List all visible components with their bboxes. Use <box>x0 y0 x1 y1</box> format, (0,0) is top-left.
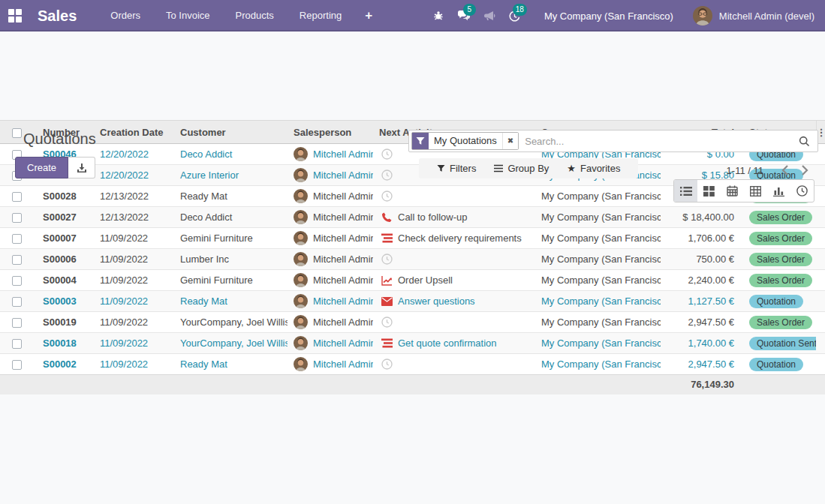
row-checkbox[interactable] <box>12 318 22 328</box>
activity-icon[interactable] <box>379 275 394 286</box>
graph-view-button[interactable] <box>767 180 790 202</box>
nav-item-to-invoice[interactable]: To Invoice <box>153 0 223 32</box>
activity-view-button[interactable] <box>790 180 814 202</box>
search-input[interactable] <box>519 136 791 147</box>
row-checkbox[interactable] <box>12 255 22 265</box>
row-number[interactable]: S00002 <box>33 354 94 375</box>
pivot-view-button[interactable] <box>744 180 767 202</box>
row-company[interactable]: My Company (San Francisco) <box>535 228 661 249</box>
row-company[interactable]: My Company (San Francisco) <box>535 333 661 354</box>
row-number[interactable]: S00003 <box>33 291 94 312</box>
row-number[interactable]: S00007 <box>33 228 94 249</box>
row-salesperson[interactable]: Mitchell Admin <box>313 274 373 286</box>
row-creation-date[interactable]: 12/20/2022 <box>94 144 174 165</box>
kanban-view-button[interactable] <box>697 180 721 202</box>
row-number[interactable]: S00028 <box>33 186 94 207</box>
row-number[interactable]: S00006 <box>33 249 94 270</box>
row-company[interactable]: My Company (San Francisco) <box>535 354 661 375</box>
activities-button[interactable]: 18 <box>502 0 528 32</box>
activity-label[interactable]: Answer questions <box>398 296 475 307</box>
row-checkbox[interactable] <box>12 213 22 223</box>
group-by-button[interactable]: Group By <box>494 163 549 174</box>
row-salesperson[interactable]: Mitchell Admin <box>313 296 373 307</box>
row-customer[interactable]: Deco Addict <box>174 144 288 165</box>
company-switcher[interactable]: My Company (San Francisco) <box>544 10 673 22</box>
row-customer[interactable]: YourCompany, Joel Willis <box>174 333 288 354</box>
row-salesperson[interactable]: Mitchell Admin <box>313 338 373 349</box>
row-checkbox[interactable] <box>12 297 22 307</box>
row-company[interactable]: My Company (San Francisco) <box>535 270 661 291</box>
row-number[interactable]: S00019 <box>33 312 94 333</box>
row-company[interactable]: My Company (San Francisco) <box>535 249 661 270</box>
activity-icon[interactable] <box>379 212 394 223</box>
row-number[interactable]: S00004 <box>33 270 94 291</box>
nav-item-reporting[interactable]: Reporting <box>287 0 354 32</box>
row-salesperson[interactable]: Mitchell Admin <box>313 232 373 244</box>
announcements-button[interactable] <box>477 0 502 32</box>
row-customer[interactable]: Ready Mat <box>174 354 288 375</box>
debug-bug-button[interactable] <box>426 0 451 32</box>
row-creation-date[interactable]: 11/09/2022 <box>94 291 174 312</box>
table-row[interactable]: S00003 11/09/2022 Ready Mat Mitchell Adm… <box>0 291 825 312</box>
activity-icon[interactable] <box>379 254 394 265</box>
row-number[interactable]: S00027 <box>33 207 94 228</box>
nav-more-button[interactable]: + <box>354 0 383 32</box>
activity-icon[interactable] <box>379 316 394 328</box>
next-page-icon[interactable] <box>795 161 814 179</box>
row-checkbox[interactable] <box>12 339 22 349</box>
table-row[interactable]: S00007 11/09/2022 Gemini Furniture Mitch… <box>0 228 825 249</box>
activity-icon[interactable] <box>379 338 394 348</box>
row-salesperson[interactable]: Mitchell Admin <box>313 316 373 328</box>
activity-label[interactable]: Order Upsell <box>398 274 453 286</box>
activity-label[interactable]: Get quote confirmation <box>398 338 497 349</box>
row-total[interactable]: 2,947.50 € <box>661 354 743 375</box>
row-total[interactable]: $ 18,400.00 <box>661 207 743 228</box>
row-customer[interactable]: Deco Addict <box>174 207 288 228</box>
row-customer[interactable]: Gemini Furniture <box>174 270 288 291</box>
row-total[interactable]: 1,740.00 € <box>661 333 743 354</box>
table-row[interactable]: S00027 12/13/2022 Deco Addict Mitchell A… <box>0 207 825 228</box>
row-number[interactable]: S00018 <box>33 333 94 354</box>
table-row[interactable]: S00018 11/09/2022 YourCompany, Joel Will… <box>0 333 825 354</box>
activity-icon[interactable] <box>379 170 394 181</box>
row-total[interactable]: 750.00 € <box>661 249 743 270</box>
select-all-checkbox[interactable] <box>12 128 22 138</box>
nav-item-products[interactable]: Products <box>223 0 287 32</box>
export-button[interactable] <box>68 157 95 178</box>
row-creation-date[interactable]: 11/09/2022 <box>94 333 174 354</box>
remove-facet-icon[interactable]: ✖ <box>502 133 518 149</box>
row-checkbox[interactable] <box>12 360 22 370</box>
row-total[interactable]: 1,127.50 € <box>661 291 743 312</box>
row-creation-date[interactable]: 11/09/2022 <box>94 270 174 291</box>
nav-item-orders[interactable]: Orders <box>98 0 153 32</box>
row-company[interactable]: My Company (San Francisco) <box>535 207 661 228</box>
row-checkbox[interactable] <box>12 276 22 286</box>
list-view-button[interactable] <box>674 180 697 202</box>
header-salesperson[interactable]: Salesperson <box>288 121 373 144</box>
create-button[interactable]: Create <box>15 157 68 178</box>
row-creation-date[interactable]: 12/13/2022 <box>94 207 174 228</box>
row-salesperson[interactable]: Mitchell Admin <box>313 358 373 370</box>
row-salesperson[interactable]: Mitchell Admin <box>313 190 373 202</box>
row-creation-date[interactable]: 11/09/2022 <box>94 249 174 270</box>
apps-menu-button[interactable] <box>0 0 30 32</box>
row-salesperson[interactable]: Mitchell Admin <box>313 170 373 181</box>
table-row[interactable]: S00002 11/09/2022 Ready Mat Mitchell Adm… <box>0 354 825 375</box>
row-customer[interactable]: Gemini Furniture <box>174 228 288 249</box>
filters-button[interactable]: Filters <box>437 163 476 174</box>
header-creation-date[interactable]: Creation Date <box>94 121 174 144</box>
row-customer[interactable]: Azure Interior <box>174 165 288 186</box>
search-icon[interactable] <box>791 136 817 147</box>
row-creation-date[interactable]: 12/20/2022 <box>94 165 174 186</box>
app-brand[interactable]: Sales <box>38 8 77 25</box>
table-row[interactable]: S00004 11/09/2022 Gemini Furniture Mitch… <box>0 270 825 291</box>
activity-label[interactable]: Check delivery requirements <box>398 232 522 244</box>
row-creation-date[interactable]: 12/13/2022 <box>94 186 174 207</box>
row-creation-date[interactable]: 11/09/2022 <box>94 312 174 333</box>
row-customer[interactable]: YourCompany, Joel Willis <box>174 312 288 333</box>
row-customer[interactable]: Ready Mat <box>174 186 288 207</box>
activity-icon[interactable] <box>379 190 394 202</box>
table-row[interactable]: S00019 11/09/2022 YourCompany, Joel Will… <box>0 312 825 333</box>
row-checkbox[interactable] <box>12 192 22 202</box>
row-salesperson[interactable]: Mitchell Admin <box>313 148 373 160</box>
